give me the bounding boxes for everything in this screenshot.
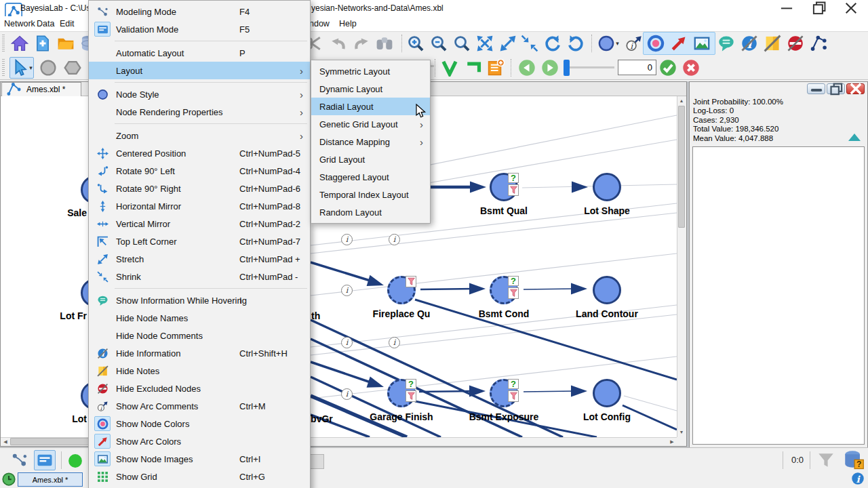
menu-item-show-node-images[interactable]: Show Node ImagesCtrl+I: [89, 450, 310, 468]
menu-network[interactable]: Network: [4, 16, 35, 31]
elbow-arc-button[interactable]: [464, 58, 484, 78]
menu-data[interactable]: Data: [37, 16, 54, 31]
document-tab[interactable]: Ames.xbl *: [1, 82, 81, 96]
menu-item-stretch[interactable]: StretchCtrl+NumPad +: [89, 250, 310, 268]
menu-window[interactable]: ndow: [309, 16, 330, 31]
confirm-button[interactable]: [658, 58, 678, 78]
scroll-down-arrow[interactable]: ▼: [677, 428, 686, 436]
submenu-item-staggered-layout[interactable]: Staggered Layout: [311, 168, 430, 186]
menu-item-vertical-mirror[interactable]: Vertical MirrorCtrl+NumPad-2: [89, 215, 310, 232]
zoom-slider-track[interactable]: [570, 66, 614, 68]
show-information-hovering-button[interactable]: [716, 33, 736, 54]
menu-edit[interactable]: Edit: [60, 16, 75, 31]
scroll-right-arrow[interactable]: ▶: [667, 437, 677, 446]
menu-item-rotate-90-right[interactable]: Rotate 90° RightCtrl+NumPad-6: [89, 180, 310, 197]
menu-item-rotate-90-left[interactable]: Rotate 90° LeftCtrl+NumPad-4: [89, 162, 310, 180]
monitor-restore-button[interactable]: [827, 83, 845, 94]
submenu-item-genetic-grid-layout[interactable]: Genetic Grid Layout›: [311, 115, 430, 133]
monitor-minimize-button[interactable]: [807, 83, 825, 94]
shrink-button[interactable]: [519, 33, 540, 54]
validate-button[interactable]: [439, 58, 460, 78]
menu-item-hide-node-comments[interactable]: Hide Node Comments: [89, 327, 310, 344]
menu-item-show-information-while-hovering[interactable]: Show Information While HoveringI: [89, 291, 310, 309]
menu-item-show-node-colors[interactable]: Show Node Colors: [89, 415, 310, 432]
monitor-close-button[interactable]: [846, 83, 865, 94]
arc-info-badge-icon[interactable]: i: [341, 337, 353, 348]
menu-item-horizontal-mirror[interactable]: Horizontal MirrorCtrl+NumPad-8: [89, 197, 310, 215]
home-button[interactable]: [9, 33, 30, 54]
search-button[interactable]: [374, 33, 395, 54]
arc-info-badge-icon[interactable]: i: [389, 337, 400, 348]
menu-item-zoom[interactable]: Zoom›: [89, 127, 310, 144]
submenu-item-temporal-index-layout[interactable]: Temporal Index Layout: [311, 186, 430, 203]
menu-item-hide-notes[interactable]: Hide Notes: [89, 362, 310, 380]
rotate-right-button[interactable]: [566, 33, 586, 54]
cancel-button[interactable]: [681, 58, 701, 78]
previous-button[interactable]: [517, 58, 537, 78]
hide-information-button[interactable]: i: [739, 33, 760, 54]
redo-button[interactable]: [351, 33, 372, 54]
menu-item-modeling-mode[interactable]: Modeling ModeF4: [89, 3, 310, 20]
menu-item-automatic-layout[interactable]: Automatic LayoutP: [89, 44, 310, 62]
hide-notes-button[interactable]: [762, 33, 783, 54]
vertical-scroll-thumb[interactable]: [678, 106, 685, 228]
menu-item-centered-position[interactable]: Centered PositionCtrl+NumPad-5: [89, 144, 310, 162]
zoom-level-input[interactable]: [618, 60, 656, 75]
show-arc-colors-button[interactable]: [669, 33, 689, 54]
hide-excluded-nodes-button[interactable]: [785, 33, 806, 54]
fit-view-button[interactable]: [475, 33, 495, 54]
submenu-item-symmetric-layout[interactable]: Symmetric Layout: [311, 62, 430, 80]
undo-button[interactable]: [328, 33, 349, 54]
close-button[interactable]: [840, 0, 863, 16]
submenu-item-random-layout[interactable]: Random Layout: [311, 203, 430, 221]
menu-item-hide-information[interactable]: iHide InformationCtrl+Shift+H: [89, 344, 310, 362]
toolbar-gripper[interactable]: [2, 35, 5, 52]
menu-item-node-rendering-properties[interactable]: Node Rendering Properties›: [89, 103, 310, 121]
select-tool-button[interactable]: ▾: [9, 57, 34, 79]
show-node-colors-button[interactable]: [646, 33, 666, 54]
menu-item-hide-node-names[interactable]: Hide Node Names: [89, 309, 310, 327]
zoom-button[interactable]: [452, 33, 472, 54]
menu-item-shrink[interactable]: ShrinkCtrl+NumPad -: [89, 268, 310, 285]
menu-item-layout[interactable]: Layout›: [89, 62, 310, 79]
collapse-arrow-icon[interactable]: [848, 134, 861, 141]
node-style-button[interactable]: ▾: [595, 33, 621, 54]
graph-node-land-contour[interactable]: [593, 276, 621, 304]
arc-info-badge-icon[interactable]: i: [341, 388, 353, 400]
rotate-left-button[interactable]: [542, 33, 563, 54]
menu-help[interactable]: Help: [339, 16, 357, 31]
database-status-icon[interactable]: ?: [842, 449, 865, 470]
arc-info-badge-icon[interactable]: i: [389, 234, 400, 245]
menu-item-show-arc-colors[interactable]: Show Arc Colors: [89, 432, 310, 450]
menu-item-show-grid[interactable]: Show GridCtrl+G: [89, 468, 310, 485]
statusbar-document-tab[interactable]: Ames.xbl *: [18, 472, 83, 487]
submenu-item-dynamic-layout[interactable]: Dynamic Layout: [311, 80, 430, 98]
zoom-in-button[interactable]: [406, 33, 426, 54]
modeling-mode-button[interactable]: [9, 450, 30, 470]
next-button[interactable]: [540, 58, 560, 78]
menu-item-hide-excluded-nodes[interactable]: Hide Excluded Nodes: [89, 380, 310, 397]
menu-item-node-style[interactable]: Node Style›: [89, 85, 310, 103]
new-network-button[interactable]: [33, 33, 53, 54]
graph-node-lot-config[interactable]: [593, 379, 621, 407]
open-button[interactable]: [56, 33, 76, 54]
add-note-button[interactable]: [486, 58, 506, 78]
stretch-button[interactable]: [498, 33, 518, 54]
toolbar-gripper[interactable]: [2, 59, 5, 77]
show-node-images-button[interactable]: [692, 33, 712, 54]
polytree-button[interactable]: [808, 33, 829, 54]
arc-comment-button[interactable]: i: [624, 33, 644, 54]
zoom-slider-handle[interactable]: [564, 60, 570, 76]
graph-node-lot-shape[interactable]: [593, 173, 621, 201]
constraint-tool-button[interactable]: [62, 58, 83, 78]
minimize-button[interactable]: [775, 0, 798, 16]
submenu-item-radial-layout[interactable]: Radial Layout: [311, 98, 430, 115]
scroll-up-arrow[interactable]: ▲: [677, 96, 686, 105]
submenu-item-grid-layout[interactable]: Grid Layout: [311, 150, 430, 168]
zoom-out-button[interactable]: [429, 33, 449, 54]
restore-button[interactable]: [808, 0, 831, 16]
info-button[interactable]: i: [849, 470, 867, 487]
node-tool-button[interactable]: [38, 58, 58, 78]
submenu-item-distance-mapping[interactable]: Distance Mapping›: [311, 133, 430, 150]
arc-info-badge-icon[interactable]: i: [341, 285, 353, 296]
